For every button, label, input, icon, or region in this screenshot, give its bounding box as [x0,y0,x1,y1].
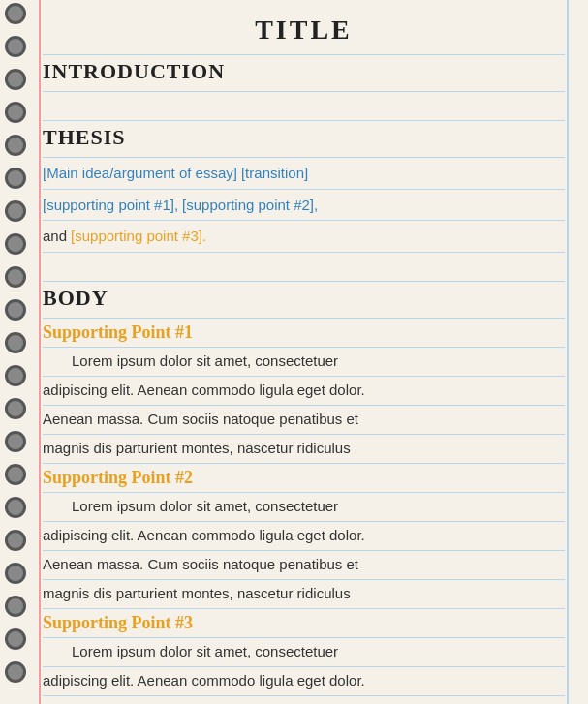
sp3-lorem3-row: Aenean massa. Cum sociis natoque penatib… [43,696,565,704]
spiral-ring [5,135,26,156]
sp3-label: Supporting Point #3 [43,613,193,633]
page-title: TITLE [255,15,353,46]
right-margin-line [567,0,569,704]
spiral-ring [5,233,26,255]
sp1-header-row: Supporting Point #1 [43,319,565,348]
spiral-ring [5,168,26,189]
spiral-ring [5,464,26,485]
sp1-lorem3-row: Aenean massa. Cum sociis natoque penatib… [43,406,565,435]
sp1-lorem1-row: Lorem ipsum dolor sit amet, consectetuer [43,348,565,377]
spiral-ring [5,661,26,683]
sp2-lorem3: Aenean massa. Cum sociis natoque penatib… [43,555,358,574]
spiral-ring [5,497,26,518]
sp1-lorem1: Lorem ipsum dolor sit amet, consectetuer [72,352,338,371]
thesis-transition-text: [transition] [241,165,308,181]
spiral-ring [5,3,26,24]
sp2-label: Supporting Point #2 [43,468,193,488]
introduction-header: INTRODUCTION [43,59,225,84]
spiral-ring [5,332,26,353]
spiral-ring [5,102,26,123]
sp2-lorem3-row: Aenean massa. Cum sociis natoque penatib… [43,551,565,580]
sp2-lorem4: magnis dis parturient montes, nascetur r… [43,584,351,603]
thesis-row: THESIS [43,121,565,158]
thesis-header: THESIS [43,125,126,150]
sp2-lorem4-row: magnis dis parturient montes, nascetur r… [43,580,565,609]
spiral-ring [5,36,26,57]
page-content: TITLE INTRODUCTION THESIS [Main idea/arg… [43,5,565,704]
thesis-line2: [supporting point #1], [supporting point… [43,190,565,222]
sp3-lorem1: Lorem ipsum dolor sit amet, consectetuer [72,642,338,661]
sp1-lorem2: adipiscing elit. Aenean commodo ligula e… [43,381,365,400]
spiral-ring [5,200,26,222]
sp3-lorem2-row: adipiscing elit. Aenean commodo ligula e… [43,667,565,696]
sp3-lorem3: Aenean massa. Cum sociis natoque penatib… [43,700,358,704]
sp2-lorem1-row: Lorem ipsum dolor sit amet, consectetuer [43,493,565,522]
spiral-ring [5,398,26,419]
spiral-ring [5,431,26,452]
sp3-header-row: Supporting Point #3 [43,609,565,638]
margin-line [39,0,41,704]
sp1-lorem4: magnis dis parturient montes, nascetur r… [43,439,351,458]
spiral-ring [5,628,26,650]
body-row: BODY [43,282,565,319]
sp3-lorem2: adipiscing elit. Aenean commodo ligula e… [43,671,365,690]
sp1-lorem4-row: magnis dis parturient montes, nascetur r… [43,435,565,464]
spiral-ring [5,563,26,584]
sp2-lorem2: adipiscing elit. Aenean commodo ligula e… [43,526,365,545]
thesis-line1: [Main idea/argument of essay] [transitio… [43,158,565,190]
introduction-row: INTRODUCTION [43,55,565,92]
notebook-page: TITLE INTRODUCTION THESIS [Main idea/arg… [0,0,588,704]
sp1-label: Supporting Point #1 [43,322,193,343]
sp1-lorem2-row: adipiscing elit. Aenean commodo ligula e… [43,377,565,406]
thesis-sp1: [supporting point #1], [43,197,178,213]
spiral-ring [5,365,26,386]
spiral-ring [5,299,26,321]
sp3-lorem1-row: Lorem ipsum dolor sit amet, consectetuer [43,638,565,667]
thesis-main-idea: [Main idea/argument of essay] [43,165,237,181]
spiral-ring [5,530,26,551]
spiral-ring [5,69,26,90]
sp2-lorem2-row: adipiscing elit. Aenean commodo ligula e… [43,522,565,551]
body-header: BODY [43,286,108,311]
sp2-lorem1: Lorem ipsum dolor sit amet, consectetuer [72,497,338,516]
spiral-ring [5,266,26,288]
spiral-ring [5,596,26,617]
title-row: TITLE [43,5,565,55]
sp1-lorem3: Aenean massa. Cum sociis natoque penatib… [43,410,358,429]
sp2-header-row: Supporting Point #2 [43,464,565,493]
spacer-row-2 [43,253,565,282]
thesis-sp3-text: [supporting point #3]. [71,228,206,244]
thesis-and: and [43,228,67,244]
thesis-line3: and [supporting point #3]. [43,221,565,253]
thesis-sp2: [supporting point #2], [182,197,318,213]
spacer-row-1 [43,92,565,121]
spiral-binding [0,0,29,704]
